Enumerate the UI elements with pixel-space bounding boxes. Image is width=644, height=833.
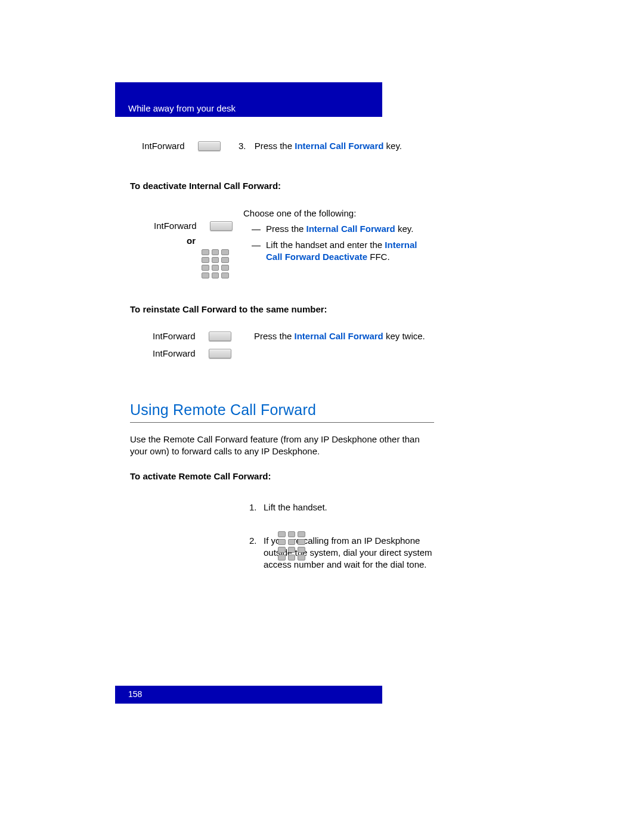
section-paragraph: Use the Remote Call Forward feature (fro… (130, 433, 434, 458)
keypad-icon (278, 531, 305, 562)
section-title: Using Remote Call Forward (130, 401, 434, 419)
softkey-row-1: IntForward (153, 331, 254, 341)
keypad-icon (202, 249, 229, 278)
document-page: While away from your desk IntForward 3. … (0, 0, 644, 833)
reinstate-text: Press the Internal Call Forward key twic… (254, 331, 434, 366)
page-number: 158 (128, 689, 142, 699)
step-suffix: key. (383, 141, 402, 151)
opt2-suffix: FFC. (367, 252, 390, 262)
activate-heading: To activate Remote Call Forward: (130, 471, 434, 481)
internal-call-forward-link: Internal Call Forward (306, 224, 395, 234)
option-2: Lift the handset and enter the Internal … (243, 239, 434, 264)
step-3-text: 3. Press the Internal Call Forward key. (239, 141, 402, 151)
deactivate-heading: To deactivate Internal Call Forward: (130, 181, 434, 191)
softkey-label: IntForward (142, 141, 190, 151)
softkey-button-icon (198, 141, 221, 151)
opt2-prefix: Lift the handset and enter the (266, 240, 385, 250)
header-title: While away from your desk (128, 103, 236, 113)
section-divider (130, 422, 434, 423)
reinstate-left-column: IntForward IntForward (153, 331, 254, 366)
softkey-row: IntForward (154, 221, 243, 231)
choose-text: Choose one of the following: (243, 208, 434, 219)
option-1: Press the Internal Call Forward key. (243, 223, 434, 235)
activate-block: 1. Lift the handset. 2. If you are calli… (130, 501, 434, 571)
or-label: or (187, 236, 243, 246)
opt1-suffix: key. (395, 224, 414, 234)
softkey-label: IntForward (153, 331, 200, 341)
list-item-2: 2. If you are calling from an IP Deskpho… (249, 535, 434, 571)
step-prefix: Press the (255, 141, 295, 151)
item-number: 2. (249, 535, 264, 571)
softkey-label: IntForward (153, 348, 200, 358)
item-number: 1. (249, 501, 264, 513)
deactivate-left-column: IntForward or (130, 208, 243, 280)
softkey-button-icon (210, 221, 233, 231)
deactivate-right-column: Choose one of the following: Press the I… (243, 208, 434, 280)
reinstate-suffix: key twice. (383, 331, 425, 341)
softkey-label: IntForward (154, 221, 202, 231)
softkey-button-icon (209, 349, 231, 358)
step-3-row: IntForward 3. Press the Internal Call Fo… (142, 141, 434, 151)
footer-bar: 158 (115, 686, 382, 704)
reinstate-block: IntForward IntForward Press the Internal… (153, 331, 434, 366)
activate-list: 1. Lift the handset. 2. If you are calli… (249, 501, 434, 571)
item-text: Lift the handset. (264, 501, 434, 513)
opt1-prefix: Press the (266, 224, 306, 234)
deactivate-block: IntForward or Choose one of the followin… (130, 208, 434, 280)
step-number: 3. (239, 141, 246, 151)
reinstate-prefix: Press the (254, 331, 295, 341)
page-content: IntForward 3. Press the Internal Call Fo… (130, 141, 434, 593)
internal-call-forward-link: Internal Call Forward (295, 331, 383, 341)
list-item-1: 1. Lift the handset. (249, 501, 434, 513)
internal-call-forward-link: Internal Call Forward (295, 141, 383, 151)
softkey-row-2: IntForward (153, 348, 254, 358)
reinstate-heading: To reinstate Call Forward to the same nu… (130, 304, 434, 314)
softkey-button-icon (209, 332, 231, 341)
header-bar: While away from your desk (115, 82, 382, 117)
